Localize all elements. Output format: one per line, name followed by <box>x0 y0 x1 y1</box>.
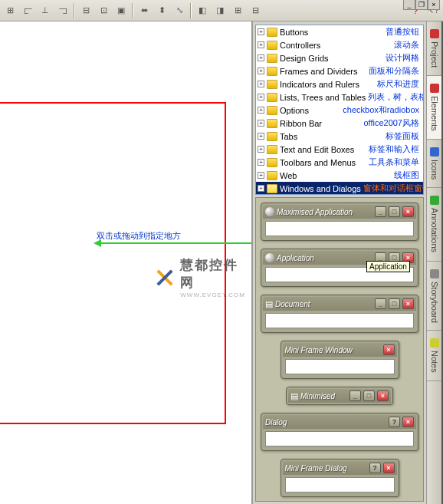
tree-item[interactable]: +Web线框图 <box>256 169 423 182</box>
expand-icon[interactable]: + <box>258 107 264 114</box>
max-button[interactable]: □ <box>389 298 400 309</box>
element-title: Mini Frame Dialog <box>285 464 367 473</box>
app-icon <box>265 207 274 216</box>
expand-icon[interactable]: + <box>258 41 264 48</box>
side-tab-notes[interactable]: Notes <box>427 331 441 381</box>
tree-item-label: Windows and Dialogs <box>280 184 361 193</box>
close-button[interactable]: × <box>402 206 414 217</box>
min-button[interactable]: _ <box>349 390 361 401</box>
tree-item-label: Buttons <box>280 28 308 37</box>
tree-item-annotation: 线框图 <box>394 170 422 181</box>
toolbar-button[interactable]: ⊟ <box>77 2 94 19</box>
expand-icon[interactable]: + <box>258 94 264 100</box>
element-template[interactable]: ▤Minimised_□× <box>286 387 393 405</box>
tree-item-label: Controllers <box>280 41 320 50</box>
max-button[interactable]: □ <box>389 206 400 217</box>
toolbar-button[interactable]: ⫍ <box>19 2 36 19</box>
toolbar-button[interactable]: ⊟ <box>247 2 264 19</box>
window-close-button[interactable]: × <box>428 0 440 10</box>
tree-item-label: Ribbon Bar <box>280 119 322 128</box>
element-titlebar: ▤Document_□× <box>263 297 416 311</box>
tree-item[interactable]: +Optionscheckbox和radiobox <box>256 104 423 117</box>
toolbar-button[interactable]: ▣ <box>113 2 130 19</box>
expand-icon[interactable]: + <box>258 172 264 179</box>
tab-icon <box>430 196 439 205</box>
element-category-tree[interactable]: +Buttons普通按钮+Controllers滚动条+Design Grids… <box>255 25 424 195</box>
min-button[interactable]: _ <box>375 298 386 309</box>
tree-item[interactable]: +Indicators and Rulers标尺和进度 <box>256 77 423 91</box>
window-restore-button[interactable]: ❐ <box>415 0 428 10</box>
element-template[interactable]: Mini Frame Dialog?× <box>281 459 399 497</box>
close-button[interactable]: × <box>383 463 395 473</box>
side-tab-project[interactable]: Project <box>427 21 441 76</box>
tab-icon <box>430 147 439 156</box>
tree-item[interactable]: +Design Grids设计网格 <box>256 51 423 64</box>
tree-item-annotation: 窗体和对话框窗体 <box>363 183 424 194</box>
tab-icon <box>430 269 439 278</box>
side-tab-label: Icons <box>430 160 439 180</box>
expand-icon[interactable]: + <box>258 81 264 87</box>
toolbar-button[interactable]: ⊡ <box>95 2 112 19</box>
toolbar-button[interactable]: ⊞ <box>2 2 18 19</box>
elements-preview-panel[interactable]: Maximised Application_□×Application_□×▤D… <box>255 197 424 502</box>
toolbar-button[interactable]: ◧ <box>194 2 211 19</box>
tree-item[interactable]: +Buttons普通按钮 <box>256 25 423 38</box>
tree-item-annotation: 列表，树，表格 <box>368 91 424 103</box>
min-button[interactable]: _ <box>375 206 386 217</box>
side-tab-storyboard[interactable]: Storyboard <box>427 262 441 331</box>
side-tab-annotations[interactable]: Annotations <box>427 188 441 261</box>
tab-icon <box>430 84 439 93</box>
tree-item-label: Text and Edit Boxes <box>280 145 354 154</box>
toolbar-button[interactable]: ⊥ <box>37 2 54 19</box>
element-template[interactable]: ▤Document_□× <box>261 295 418 333</box>
tree-item-annotation: 标签面板 <box>386 130 422 142</box>
close-button[interactable]: × <box>383 344 395 355</box>
side-tab-elements[interactable]: Elements <box>427 76 441 140</box>
tree-item-annotation: 工具条和菜单 <box>369 156 422 168</box>
tree-item[interactable]: +Lists, Trees and Tables列表，树，表格 <box>256 91 423 104</box>
close-button[interactable]: × <box>402 298 414 309</box>
toolbar-button[interactable]: ⫎ <box>54 2 71 19</box>
folder-icon <box>267 80 277 89</box>
tree-item-label: Design Grids <box>280 54 329 63</box>
toolbar-button[interactable]: ⊞ <box>229 2 246 19</box>
folder-icon <box>267 41 277 50</box>
element-template[interactable]: Mini Frame Window× <box>281 341 399 379</box>
close-button[interactable]: × <box>377 390 389 401</box>
max-button[interactable]: □ <box>363 390 375 401</box>
design-canvas[interactable]: 双击或拖动到指定地方 慧都控件网 WWW.EVGET.COM <box>0 21 251 504</box>
side-tab-icons[interactable]: Icons <box>427 140 441 188</box>
expand-icon[interactable]: + <box>258 28 264 35</box>
tree-item[interactable]: +Text and Edit Boxes标签和输入框 <box>256 143 423 156</box>
expand-icon[interactable]: + <box>258 120 264 127</box>
expand-icon[interactable]: + <box>258 185 264 192</box>
tree-item[interactable]: +Ribbon Baroffice2007风格 <box>256 117 423 130</box>
window-minimize-button[interactable]: _ <box>403 0 415 10</box>
toolbar-button[interactable]: ⬍ <box>153 2 170 19</box>
expand-icon[interactable]: + <box>258 54 264 61</box>
document-icon: ▤ <box>265 299 273 309</box>
help-button[interactable]: ? <box>369 463 381 473</box>
close-button[interactable]: × <box>402 417 414 427</box>
tree-item-annotation: office2007风格 <box>363 117 422 129</box>
toolbar-button[interactable]: ⤡ <box>171 2 188 19</box>
expand-icon[interactable]: + <box>258 146 264 153</box>
element-title: Application <box>277 254 372 262</box>
toolbar-button[interactable]: ◨ <box>212 2 228 19</box>
tree-item[interactable]: +Controllers滚动条 <box>256 38 423 51</box>
tree-item[interactable]: +Frames and Dividers面板和分隔条 <box>256 64 423 77</box>
toolbar-button[interactable]: ⬌ <box>136 2 153 19</box>
element-template[interactable]: Dialog?× <box>261 413 418 451</box>
help-button[interactable]: ? <box>389 417 400 427</box>
tree-item[interactable]: +Tabs标签面板 <box>256 130 423 143</box>
expand-icon[interactable]: + <box>258 133 264 140</box>
tree-item-annotation: 普通按钮 <box>386 26 422 38</box>
folder-icon <box>267 106 277 115</box>
element-template[interactable]: Maximised Application_□× <box>261 203 418 241</box>
element-title: Minimised <box>300 392 347 400</box>
tree-item-annotation: 标尺和进度 <box>377 78 422 90</box>
expand-icon[interactable]: + <box>258 159 264 166</box>
tree-item[interactable]: +Windows and Dialogs窗体和对话框窗体 <box>256 182 423 195</box>
tree-item[interactable]: +Toolbars and Menus工具条和菜单 <box>256 156 423 169</box>
expand-icon[interactable]: + <box>258 68 264 74</box>
